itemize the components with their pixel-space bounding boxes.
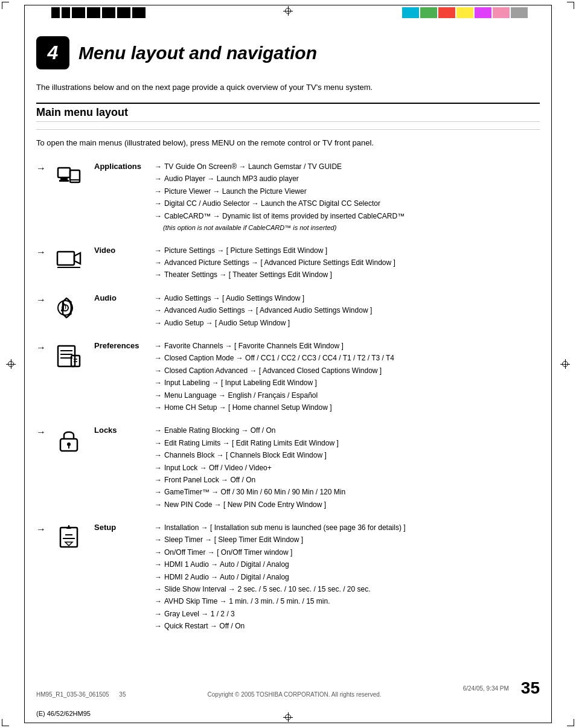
item-text: Quick Restart → Off / On (164, 620, 245, 632)
swatch-green (420, 7, 437, 18)
menu-items-audio: →Audio Settings → [ Audio Settings Windo… (155, 292, 540, 329)
item-bullet: → (155, 608, 162, 620)
menu-label-applications: Applications (94, 161, 155, 171)
section-title: Main menu layout (36, 106, 128, 118)
menu-item-row: →Quick Restart → Off / On (155, 620, 540, 632)
item-bullet: → (155, 317, 162, 329)
menu-arrow-audio: → (36, 292, 47, 305)
menu-item-row: →Audio Settings → [ Audio Settings Windo… (155, 292, 540, 304)
bar-6 (117, 7, 130, 18)
item-bullet: → (155, 269, 162, 281)
item-text: Gray Level → 1 / 2 / 3 (164, 608, 235, 620)
menu-item-row: →AVHD Skip Time → 1 min. / 3 min. / 5 mi… (155, 595, 540, 607)
footer-copyright: Copyright © 2005 TOSHIBA CORPORATION. Al… (208, 691, 382, 698)
item-bullet: → (155, 389, 162, 401)
item-text: On/Off Timer → [ On/Off Timer window ] (164, 546, 292, 558)
item-text: Enable Rating Blocking → Off / On (164, 424, 276, 436)
section-divider (36, 129, 540, 130)
arrow-icon: → (36, 342, 46, 353)
menu-item-row: →HDMI 1 Audio → Auto / Digital / Analog (155, 558, 540, 570)
chapter-title: Menu layout and navigation (78, 43, 317, 63)
menu-label-locks: Locks (94, 424, 155, 435)
bar-3 (72, 7, 85, 18)
item-text: AVHD Skip Time → 1 min. / 3 min. / 5 min… (164, 595, 330, 607)
item-text: Audio Settings → [ Audio Settings Window… (164, 292, 304, 304)
menu-arrow-video: → (36, 244, 47, 258)
menu-label-preferences: Preferences (94, 340, 155, 350)
svg-marker-6 (74, 253, 80, 264)
item-bullet: → (155, 352, 162, 364)
menu-icon-preferences (52, 340, 85, 370)
menu-icon-applications (52, 161, 85, 191)
menu-item-row: →Favorite Channels → [ Favorite Channels… (155, 340, 540, 352)
section-description: To open the main menus (illustrated belo… (36, 137, 540, 149)
item-text: Sleep Timer → [ Sleep Timer Edit Window … (164, 534, 303, 546)
section-header: Main menu layout (36, 103, 540, 122)
swatch-yellow (456, 7, 473, 18)
item-text: CableCARD™ → Dynamic list of items provi… (164, 210, 405, 222)
border-left (24, 5, 25, 723)
menu-section-locks: → Locks→Enable Rating Blocking → Off / O… (36, 424, 540, 511)
menu-section-setup: → Setup→Installation → [ Installation su… (36, 522, 540, 633)
item-bullet: → (155, 377, 162, 389)
menu-arrow-preferences: → (36, 340, 47, 353)
menu-item-row: →Channels Block → [ Channels Block Edit … (155, 449, 540, 461)
item-bullet: → (155, 424, 162, 436)
swatch-gray (511, 7, 528, 18)
item-text: Input Labeling → [ Input Labeling Edit W… (164, 377, 317, 389)
menu-icon-locks (52, 424, 85, 455)
menu-arrow-locks: → (36, 424, 47, 438)
menu-item-row: →HDMI 2 Audio → Auto / Digital / Analog (155, 571, 540, 583)
reg-mark-bottom (283, 712, 293, 722)
black-bars-top (51, 7, 146, 18)
menu-items-applications: →TV Guide On Screen® → Launch Gemstar / … (155, 161, 540, 234)
item-text: Input Lock → Off / Video / Video+ (164, 462, 272, 474)
item-bullet: → (155, 499, 162, 511)
menu-label-audio: Audio (94, 292, 155, 302)
swatch-magenta (475, 7, 491, 18)
item-text: HDMI 1 Audio → Auto / Digital / Analog (164, 558, 289, 570)
arrow-icon: → (36, 247, 46, 258)
arrow-icon: → (36, 295, 46, 305)
menu-label-video: Video (94, 244, 155, 255)
item-text: Home CH Setup → [ Home channel Setup Win… (164, 401, 331, 413)
model-text: (E) 46/52/62HM95 (36, 710, 91, 717)
menu-item-row: →Input Labeling → [ Input Labeling Edit … (155, 377, 540, 389)
item-text: Theater Settings → [ Theater Settings Ed… (164, 269, 332, 281)
menu-item-row: →Closed Caption Advanced → [ Advanced Cl… (155, 365, 540, 377)
menu-item-row: →New PIN Code → [ New PIN Code Entry Win… (155, 499, 540, 511)
item-bullet: → (155, 244, 162, 257)
item-text: Menu Language → English / Français / Esp… (164, 389, 318, 401)
item-text: Favorite Channels → [ Favorite Channels … (164, 340, 344, 352)
reg-mark-top (283, 6, 293, 16)
item-bullet: → (155, 340, 162, 352)
menu-item-row: →Enable Rating Blocking → Off / On (155, 424, 540, 436)
item-bullet: → (155, 304, 162, 316)
corner-mark-tr (567, 2, 574, 9)
swatch-red (438, 7, 455, 18)
item-bullet: → (155, 161, 162, 173)
bar-1 (51, 7, 60, 18)
menu-label-setup: Setup (94, 522, 155, 532)
item-bullet: → (155, 292, 162, 304)
menu-section-audio: → ♪ Audio→Audio Settings → [ Audio Setti… (36, 292, 540, 329)
item-bullet: → (155, 173, 162, 185)
item-bullet: → (155, 185, 162, 197)
menu-item-row: →Installation → [ Installation sub menu … (155, 522, 540, 534)
item-text: Picture Settings → [ Picture Settings Ed… (164, 244, 327, 257)
menu-item-row: →CableCARD™ → Dynamic list of items prov… (155, 210, 540, 222)
menu-arrow-setup: → (36, 522, 47, 535)
item-bullet: → (155, 571, 162, 583)
svg-marker-26 (65, 542, 72, 546)
item-bullet: → (155, 620, 162, 632)
corner-mark-br (567, 719, 574, 726)
menu-item-row: →Front Panel Lock → Off / On (155, 474, 540, 486)
menu-item-row: →On/Off Timer → [ On/Off Timer window ] (155, 546, 540, 558)
menu-item-row: →Audio Player → Launch MP3 audio player (155, 173, 540, 185)
menu-icon-video (52, 244, 85, 275)
item-text: GameTimer™ → Off / 30 Min / 60 Min / 90 … (164, 486, 345, 498)
menu-item-row: →Gray Level → 1 / 2 / 3 (155, 608, 540, 620)
menu-section-preferences: → Preferences→Favorite Channels → [ Favo… (36, 340, 540, 413)
chapter-number-box: 4 (36, 36, 69, 69)
reg-mark-right (560, 359, 570, 369)
